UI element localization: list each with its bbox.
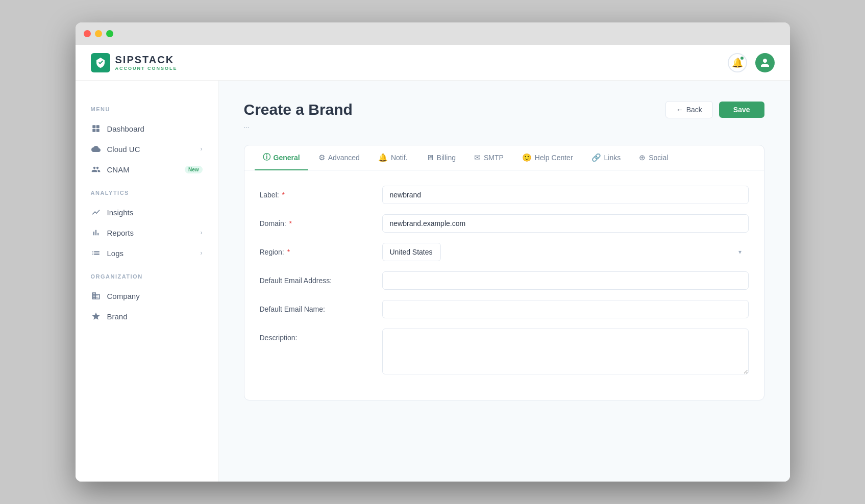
sidebar-section-organization: ORGANIZATION: [76, 273, 218, 280]
tab-billing[interactable]: 🖥 Billing: [418, 146, 464, 170]
logo-icon: [91, 53, 110, 72]
sidebar-label-brand: Brand: [107, 312, 128, 321]
sidebar-item-company[interactable]: Company: [76, 286, 218, 306]
app: SIPSTACK ACCOUNT CONSOLE 🔔: [76, 45, 790, 482]
smtp-tab-icon: ✉: [474, 153, 481, 162]
svg-rect-2: [92, 129, 95, 132]
field-row-domain: Domain: *: [260, 214, 749, 233]
user-icon: [760, 58, 770, 68]
logs-icon: [91, 248, 101, 258]
label-input[interactable]: [382, 186, 749, 204]
field-row-region: Region: * United StatesCanadaEuropeAsia …: [260, 243, 749, 261]
save-button[interactable]: Save: [719, 102, 764, 118]
dashboard-icon: [91, 123, 101, 134]
logs-chevron-icon: ›: [201, 249, 203, 257]
header-actions: 🔔: [728, 53, 775, 72]
user-avatar-button[interactable]: [755, 53, 775, 72]
header: SIPSTACK ACCOUNT CONSOLE 🔔: [76, 45, 790, 81]
minimize-dot[interactable]: [95, 30, 102, 37]
back-label: Back: [686, 106, 702, 114]
tab-notif[interactable]: 🔔 Notif.: [370, 146, 416, 170]
insights-icon: [91, 207, 101, 217]
default-email-address-input[interactable]: [382, 271, 749, 290]
description-textarea[interactable]: [382, 329, 749, 374]
logo-sub: ACCOUNT CONSOLE: [115, 66, 178, 71]
tab-smtp-label: SMTP: [484, 154, 504, 162]
sidebar-label-cloud-uc: Cloud UC: [107, 145, 140, 154]
browser-window: SIPSTACK ACCOUNT CONSOLE 🔔: [76, 22, 790, 482]
svg-rect-0: [92, 125, 95, 128]
titlebar: [76, 22, 790, 45]
back-button[interactable]: ← Back: [665, 101, 713, 118]
sidebar-section-analytics: ANALYTICS: [76, 190, 218, 196]
sidebar-item-insights[interactable]: Insights: [76, 202, 218, 222]
breadcrumb: ...: [244, 121, 353, 130]
default-email-name-label: Default Email Name:: [260, 300, 372, 313]
brand-icon: [91, 311, 101, 321]
default-email-name-input[interactable]: [382, 300, 749, 318]
general-tab-icon: ⓘ: [263, 153, 270, 162]
svg-rect-3: [96, 129, 99, 132]
domain-input[interactable]: [382, 214, 749, 233]
main-layout: MENU Dashboard Cloud UC ›: [76, 81, 790, 482]
sidebar-item-cnam[interactable]: CNAM New: [76, 159, 218, 180]
sidebar-label-dashboard: Dashboard: [107, 124, 144, 133]
tab-social-label: Social: [649, 154, 668, 162]
page-title: Create a Brand: [244, 101, 353, 118]
form-card: ⓘ General ⚙ Advanced 🔔 Notif. 🖥: [244, 145, 764, 400]
domain-field-label: Domain: *: [260, 214, 372, 228]
sidebar-label-insights: Insights: [107, 208, 134, 217]
page-title-section: Create a Brand ...: [244, 101, 353, 130]
tab-billing-label: Billing: [437, 154, 456, 162]
region-select-wrapper: United StatesCanadaEuropeAsia Pacific ▾: [382, 243, 749, 261]
tab-links[interactable]: 🔗 Links: [583, 146, 629, 170]
tab-links-label: Links: [604, 154, 621, 162]
tab-notif-label: Notif.: [391, 154, 408, 162]
required-star: *: [282, 191, 285, 199]
required-star-region: *: [287, 248, 290, 256]
tab-help-center-label: Help Center: [535, 154, 573, 162]
social-tab-icon: ⊕: [639, 153, 646, 162]
notifications-button[interactable]: 🔔: [728, 53, 747, 72]
tab-smtp[interactable]: ✉ SMTP: [466, 146, 512, 170]
tab-help-center[interactable]: 🙂 Help Center: [514, 146, 581, 170]
field-row-description: Description:: [260, 329, 749, 374]
sidebar: MENU Dashboard Cloud UC ›: [76, 81, 218, 482]
logo-svg: [94, 57, 107, 69]
logo-text: SIPSTACK ACCOUNT CONSOLE: [115, 54, 178, 71]
notification-badge: [740, 56, 744, 60]
field-row-label: Label: *: [260, 186, 749, 204]
company-icon: [91, 291, 101, 301]
page-header: Create a Brand ... ← Back Save: [244, 101, 764, 130]
sidebar-item-brand[interactable]: Brand: [76, 306, 218, 326]
svg-rect-1: [96, 125, 99, 128]
sidebar-item-logs[interactable]: Logs ›: [76, 243, 218, 263]
sidebar-section-menu: MENU: [76, 106, 218, 112]
sidebar-label-company: Company: [107, 292, 140, 300]
region-field-label: Region: *: [260, 243, 372, 256]
field-row-default-email-name: Default Email Name:: [260, 300, 749, 318]
tab-general[interactable]: ⓘ General: [255, 145, 308, 170]
cloud-icon: [91, 144, 101, 154]
sidebar-item-cloud-uc[interactable]: Cloud UC ›: [76, 139, 218, 159]
tab-advanced[interactable]: ⚙ Advanced: [310, 146, 368, 170]
logo: SIPSTACK ACCOUNT CONSOLE: [91, 53, 178, 72]
region-select[interactable]: United StatesCanadaEuropeAsia Pacific: [382, 243, 441, 261]
tab-advanced-label: Advanced: [328, 154, 360, 162]
maximize-dot[interactable]: [106, 30, 113, 37]
sidebar-label-cnam: CNAM: [107, 165, 130, 174]
sidebar-item-dashboard[interactable]: Dashboard: [76, 118, 218, 139]
reports-chevron-icon: ›: [201, 229, 203, 236]
tab-social[interactable]: ⊕ Social: [631, 146, 676, 170]
default-email-address-label: Default Email Address:: [260, 271, 372, 285]
sidebar-item-reports[interactable]: Reports ›: [76, 222, 218, 243]
users-icon: [91, 164, 101, 174]
close-dot[interactable]: [84, 30, 91, 37]
tabs: ⓘ General ⚙ Advanced 🔔 Notif. 🖥: [244, 145, 764, 170]
sidebar-label-logs: Logs: [107, 249, 124, 258]
billing-tab-icon: 🖥: [426, 153, 434, 162]
cnam-badge: New: [185, 166, 203, 173]
select-chevron-icon: ▾: [738, 248, 742, 256]
page-actions: ← Back Save: [665, 101, 764, 118]
content-area: Create a Brand ... ← Back Save: [218, 81, 790, 482]
